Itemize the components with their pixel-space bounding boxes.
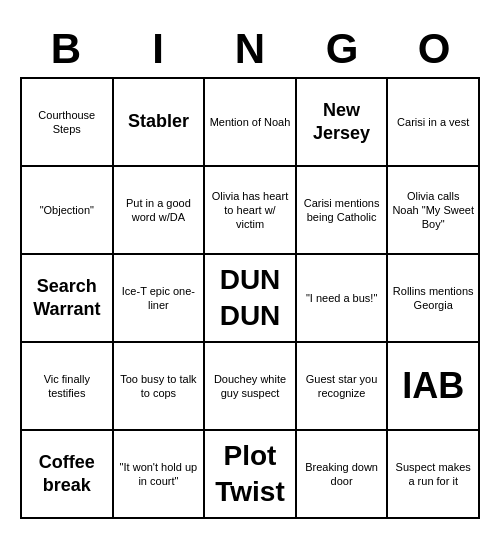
bingo-cell-3[interactable]: New Jersey	[297, 79, 389, 167]
bingo-cell-9[interactable]: Olivia calls Noah "My Sweet Boy"	[388, 167, 480, 255]
bingo-cell-0[interactable]: Courthouse Steps	[22, 79, 114, 167]
bingo-letter-b: B	[22, 25, 110, 73]
bingo-cell-15[interactable]: Vic finally testifies	[22, 343, 114, 431]
bingo-letter-g: G	[298, 25, 386, 73]
bingo-cell-12[interactable]: DUN DUN	[205, 255, 297, 343]
bingo-cell-4[interactable]: Carisi in a vest	[388, 79, 480, 167]
bingo-cell-5[interactable]: "Objection"	[22, 167, 114, 255]
bingo-cell-18[interactable]: Guest star you recognize	[297, 343, 389, 431]
bingo-cell-24[interactable]: Suspect makes a run for it	[388, 431, 480, 519]
bingo-cell-14[interactable]: Rollins mentions Georgia	[388, 255, 480, 343]
bingo-cell-21[interactable]: "It won't hold up in court"	[114, 431, 206, 519]
bingo-cell-17[interactable]: Douchey white guy suspect	[205, 343, 297, 431]
bingo-cell-16[interactable]: Too busy to talk to cops	[114, 343, 206, 431]
bingo-cell-8[interactable]: Carisi mentions being Catholic	[297, 167, 389, 255]
bingo-cell-1[interactable]: Stabler	[114, 79, 206, 167]
bingo-cell-2[interactable]: Mention of Noah	[205, 79, 297, 167]
bingo-cell-7[interactable]: Olivia has heart to heart w/ victim	[205, 167, 297, 255]
bingo-cell-22[interactable]: Plot Twist	[205, 431, 297, 519]
bingo-grid: Courthouse StepsStablerMention of NoahNe…	[20, 77, 480, 519]
bingo-cell-13[interactable]: "I need a bus!"	[297, 255, 389, 343]
bingo-cell-10[interactable]: Search Warrant	[22, 255, 114, 343]
bingo-cell-11[interactable]: Ice-T epic one-liner	[114, 255, 206, 343]
bingo-cell-6[interactable]: Put in a good word w/DA	[114, 167, 206, 255]
bingo-cell-20[interactable]: Coffee break	[22, 431, 114, 519]
bingo-header: BINGO	[20, 25, 480, 73]
bingo-cell-23[interactable]: Breaking down door	[297, 431, 389, 519]
bingo-letter-o: O	[390, 25, 478, 73]
bingo-card: BINGO Courthouse StepsStablerMention of …	[10, 15, 490, 529]
bingo-letter-i: I	[114, 25, 202, 73]
bingo-cell-19[interactable]: IAB	[388, 343, 480, 431]
bingo-letter-n: N	[206, 25, 294, 73]
